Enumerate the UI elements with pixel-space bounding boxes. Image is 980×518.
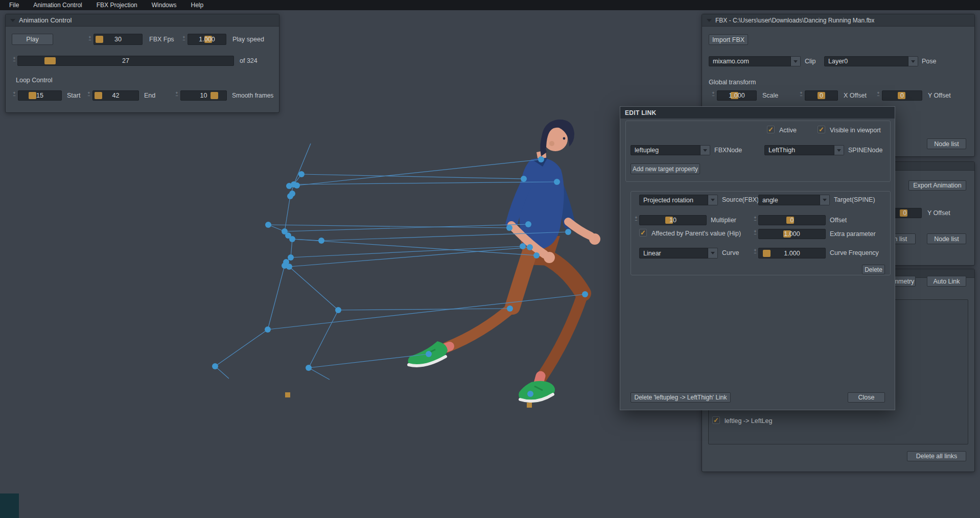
menu-fbx-projection[interactable]: FBX Projection: [89, 0, 145, 10]
pose-dropdown-value: Layer0: [824, 56, 908, 66]
offset-stepper[interactable]: [753, 217, 758, 222]
multiplier-field[interactable]: 10: [639, 215, 707, 225]
edit-link-dialog: EDIT LINK Active Visible in viewport lef…: [620, 106, 895, 410]
source-dropdown-value: Projected rotation: [639, 195, 708, 205]
source-label: Source(FBX): [722, 196, 759, 203]
multiplier-label: Multiplier: [711, 217, 736, 224]
spine-node-dropdown-value: LeftThigh: [764, 145, 834, 155]
menu-animation-control[interactable]: Animation Control: [26, 0, 89, 10]
spine-node-dropdown[interactable]: LeftThigh: [764, 145, 844, 155]
delete-all-links-button[interactable]: Delete all links: [907, 451, 966, 461]
extra-stepper[interactable]: [753, 230, 758, 236]
visible-label: Visible in viewport: [830, 127, 881, 134]
end-stepper[interactable]: [86, 92, 91, 97]
collapse-triangle-icon[interactable]: [10, 19, 15, 22]
delete-link-button[interactable]: Delete 'leftupleg -> LeftThigh' Link: [631, 392, 731, 403]
active-checkbox[interactable]: [767, 126, 775, 133]
menubar: File Animation Control FBX Projection Wi…: [0, 0, 980, 10]
play-speed-field[interactable]: 1.000: [188, 34, 226, 45]
curve-frequency-label: Curve Frequency: [830, 249, 879, 256]
panel-title: Animation Control: [19, 16, 72, 24]
offset-field[interactable]: 0: [758, 215, 826, 225]
x-offset-stepper[interactable]: [799, 92, 804, 97]
curve-freq-stepper[interactable]: [753, 249, 758, 254]
chevron-down-icon[interactable]: [908, 56, 918, 66]
offset-label: Offset: [830, 217, 847, 224]
drag-handle[interactable]: [211, 92, 218, 99]
start-stepper[interactable]: [12, 92, 17, 97]
export-animation-button[interactable]: Export Animation: [908, 180, 966, 191]
auto-link-button[interactable]: Auto Link: [927, 276, 966, 287]
app-window: File Animation Control FBX Projection Wi…: [0, 0, 980, 518]
clip-dropdown[interactable]: mixamo.com: [709, 56, 801, 66]
fbx-node-label: FBXNode: [714, 147, 742, 154]
fps-stepper[interactable]: [87, 36, 92, 41]
y-offset-label: Y Offset: [927, 209, 950, 217]
active-label: Active: [779, 127, 797, 134]
chevron-down-icon[interactable]: [708, 195, 718, 205]
fbx-panel-header: FBX - C:\Users\user\Downloads\Dancing Ru…: [702, 14, 974, 27]
viewport-corner-widget: [0, 493, 19, 518]
loop-end-field[interactable]: 42: [92, 90, 139, 101]
chevron-down-icon[interactable]: [701, 145, 710, 155]
pose-dropdown[interactable]: Layer0: [824, 56, 918, 66]
chevron-down-icon[interactable]: [708, 248, 718, 258]
fbx-node-dropdown[interactable]: leftupleg: [631, 145, 710, 155]
loop-control-label: Loop Control: [16, 77, 53, 84]
drag-handle[interactable]: [763, 250, 771, 257]
symmetry-button[interactable]: mmetry: [892, 276, 916, 287]
node-list-button[interactable]: Node list: [927, 138, 966, 149]
drag-handle[interactable]: [29, 92, 36, 99]
y-offset-field[interactable]: 0: [882, 90, 922, 101]
play-button[interactable]: Play: [12, 34, 53, 45]
chevron-down-icon[interactable]: [834, 145, 844, 155]
global-transform-label: Global transform: [709, 79, 756, 86]
drag-handle[interactable]: [96, 36, 103, 43]
frame-total-label: of 324: [240, 57, 258, 64]
scale-field[interactable]: 1.000: [717, 90, 757, 101]
curve-frequency-field[interactable]: 1.000: [758, 248, 826, 258]
target-dropdown[interactable]: angle: [758, 195, 830, 205]
menu-file[interactable]: File: [2, 0, 26, 10]
scale-stepper[interactable]: [711, 92, 716, 97]
menu-help[interactable]: Help: [183, 0, 211, 10]
chevron-down-icon[interactable]: [820, 195, 830, 205]
fps-field[interactable]: 30: [94, 34, 143, 45]
affected-checkbox[interactable]: [639, 229, 647, 237]
add-target-property-button[interactable]: Add new target property: [631, 163, 700, 174]
timeline-slider[interactable]: 27: [17, 56, 234, 66]
extra-parameter-label: Extra parameter: [830, 230, 876, 238]
collapse-triangle-icon[interactable]: [707, 19, 712, 22]
extra-parameter-field[interactable]: 1.000: [758, 229, 826, 239]
y-offset-stepper[interactable]: [876, 92, 881, 97]
link-item-checkbox[interactable]: [712, 416, 720, 424]
affected-label: Affected by Parent's value (Hip): [651, 230, 741, 237]
menu-windows[interactable]: Windows: [145, 0, 184, 10]
delete-property-button[interactable]: Delete: [862, 265, 885, 274]
import-fbx-button[interactable]: Import FBX: [709, 34, 748, 45]
smooth-stepper[interactable]: [174, 92, 179, 97]
smooth-frames-field[interactable]: 10: [180, 90, 227, 101]
visible-checkbox[interactable]: [818, 126, 825, 133]
curve-dropdown[interactable]: Linear: [639, 248, 718, 258]
link-item-label: leftleg -> LeftLeg: [725, 417, 772, 425]
x-offset-field[interactable]: 0: [805, 90, 838, 101]
panel-title: FBX - C:\Users\user\Downloads\Dancing Ru…: [715, 17, 874, 24]
close-button[interactable]: Close: [848, 392, 885, 403]
curve-label: Curve: [722, 249, 739, 256]
drag-handle[interactable]: [95, 92, 102, 99]
x-offset-label: X Offset: [844, 92, 867, 99]
curve-dropdown-value: Linear: [639, 248, 708, 258]
loop-start-field[interactable]: 15: [18, 90, 62, 101]
loop-end-label: End: [144, 92, 155, 99]
edit-link-title[interactable]: EDIT LINK: [620, 107, 895, 119]
frame-stepper[interactable]: [12, 57, 17, 62]
timeline-handle[interactable]: [44, 57, 56, 64]
loop-start-label: Start: [67, 92, 80, 99]
smooth-frames-label: Smooth frames: [232, 92, 273, 99]
source-dropdown[interactable]: Projected rotation: [639, 195, 718, 205]
speed-stepper[interactable]: [181, 36, 186, 41]
chevron-down-icon[interactable]: [791, 56, 801, 66]
node-list-button[interactable]: Node list: [927, 233, 966, 244]
multiplier-stepper[interactable]: [634, 217, 639, 222]
